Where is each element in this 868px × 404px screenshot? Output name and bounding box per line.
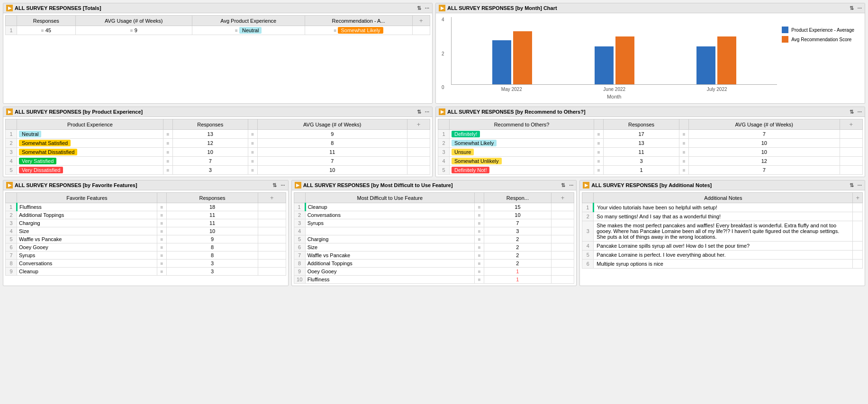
list-icon-cell: ≡ xyxy=(157,251,166,260)
product-exp-add-btn[interactable]: + xyxy=(417,121,421,128)
difficult-label-cell: Size xyxy=(305,243,474,251)
table-row: 7 Syrups ≡ 8 xyxy=(6,251,286,260)
table-row: 2 Somewhat Likely ≡ 13 ≡ 10 xyxy=(438,139,863,148)
row-num: 8 xyxy=(6,260,17,268)
recommend-title: ALL SURVEY RESPONSES [by Recommend to Ot… xyxy=(447,109,586,115)
list-icon-cell: ≡ xyxy=(475,227,484,235)
totals-avg-usage-val: 9 xyxy=(135,27,137,33)
legend-label-blue: Product Experience - Average xyxy=(791,27,854,33)
totals-filter-icon[interactable]: ⇅ xyxy=(417,5,421,11)
difficult-more-icon[interactable]: ··· xyxy=(569,182,573,188)
product-exp-filter-icon[interactable]: ⇅ xyxy=(417,109,421,115)
recommend-tag: Somewhat Unlikely xyxy=(452,158,502,164)
fav-label-cell: Charging xyxy=(17,219,157,227)
difficult-filter-icon[interactable]: ⇅ xyxy=(561,182,565,189)
totals-col-avg-exp: Avg Product Experience xyxy=(192,16,305,26)
notes-add-btn[interactable]: + xyxy=(856,194,859,201)
notes-text-cell: She makes the most perfect pancakes and … xyxy=(594,221,853,242)
row-num: 3 xyxy=(438,148,450,157)
responses-cell: 2 xyxy=(484,260,552,268)
list-icon-cell: ≡ xyxy=(157,243,166,251)
y-label-2: 2 xyxy=(442,51,449,56)
difficult-label-cell xyxy=(305,227,474,235)
row-num: 4 xyxy=(6,157,17,166)
recommend-label-cell: Definitely! xyxy=(450,130,594,139)
product-exp-more-icon[interactable]: ··· xyxy=(425,109,429,115)
responses-cell: 13 xyxy=(172,130,248,139)
fav-label-cell: Cleanup xyxy=(17,268,157,276)
difficult-header: ▶ ALL SURVEY RESPONSES [by Most Difficul… xyxy=(292,180,577,190)
table-row: 8 Additional Toppings ≡ 2 xyxy=(294,260,574,268)
recommend-more-icon[interactable]: ··· xyxy=(858,109,862,115)
table-row: 6 Ooey Gooey ≡ 8 xyxy=(6,243,286,251)
totals-responses-cell: ≡ 45 xyxy=(17,26,76,35)
list-icon-cell: ≡ xyxy=(157,268,166,276)
recommend-filter-icon[interactable]: ⇅ xyxy=(850,109,854,115)
list-icon-cell: ≡ xyxy=(157,227,166,235)
row-num: 2 xyxy=(582,212,594,221)
legend-item-orange: Avg Recommendation Score xyxy=(782,36,854,43)
fav-filter-icon[interactable]: ⇅ xyxy=(272,182,277,189)
responses-cell: 2 xyxy=(484,235,552,243)
responses-cell: 7 xyxy=(172,157,248,166)
table-row: 5 Waffle vs Pancake ≡ 9 xyxy=(6,235,286,243)
list-icon-cell2: ≡ xyxy=(679,148,689,157)
responses-cell: 3 xyxy=(604,157,679,166)
fav-add-btn[interactable]: + xyxy=(270,194,274,201)
list-icon-cell: ≡ xyxy=(157,260,166,268)
difficult-col1: Most Difficult to Use Feature xyxy=(305,193,474,203)
bar-june-blue xyxy=(595,46,614,84)
legend-box-orange xyxy=(782,36,788,43)
row-num: 3 xyxy=(6,219,17,227)
chart-filter-icon[interactable]: ⇅ xyxy=(850,5,854,11)
product-exp-header: ▶ ALL SURVEY RESPONSES [by Product Exper… xyxy=(3,107,432,117)
list-icon-cell: ≡ xyxy=(594,130,604,139)
product-exp-col3: AVG Usage (# of Weeks) xyxy=(257,119,407,130)
bar-july-blue xyxy=(696,46,715,84)
list-icon-cell: ≡ xyxy=(594,148,604,157)
table-row: 3 Somewhat Dissatisfied ≡ 10 ≡ 11 xyxy=(6,148,430,157)
responses-cell: 2 xyxy=(484,251,552,260)
notes-text-cell: Your video tutorials have been so helpfu… xyxy=(594,203,853,212)
difficult-table: Most Difficult to Use Feature Respon... … xyxy=(294,192,575,284)
recommend-tag: Definitely! xyxy=(452,131,480,137)
difficult-label-cell: Ooey Gooey xyxy=(305,268,474,276)
fav-features-table: Favorite Features Responses + 1 Fluffine… xyxy=(5,192,286,276)
row-num: 3 xyxy=(6,148,17,157)
table-row: 4 ≡ 3 xyxy=(294,227,574,235)
list-icon-cell: ≡ xyxy=(475,251,484,260)
difficult-panel: ▶ ALL SURVEY RESPONSES [by Most Difficul… xyxy=(291,180,577,286)
list-icon-cell2: ≡ xyxy=(248,139,257,148)
product-exp-icon: ▶ xyxy=(6,108,13,115)
legend-label-orange: Avg Recommendation Score xyxy=(791,37,851,42)
legend-box-blue xyxy=(782,27,788,33)
table-row: 4 Pancake Lorraine spills syrup all over… xyxy=(582,242,863,251)
fav-features-panel: ▶ ALL SURVEY RESPONSES [by Favorite Feat… xyxy=(3,180,289,286)
totals-content: Responses AVG Usage (# of Weeks) Avg Pro… xyxy=(3,13,432,37)
recommend-label-cell: Definitely Not! xyxy=(450,166,594,175)
list-icon-cell: ≡ xyxy=(594,139,604,148)
list-icon-cell: ≡ xyxy=(475,235,484,243)
table-row: 4 Size ≡ 10 xyxy=(6,227,286,235)
chart-more-icon[interactable]: ··· xyxy=(858,5,862,11)
notes-more-icon[interactable]: ··· xyxy=(858,182,862,188)
fav-features-title: ALL SURVEY RESPONSES [by Favorite Featur… xyxy=(15,182,137,188)
avg-cell: 7 xyxy=(257,157,407,166)
responses-cell: 3 xyxy=(484,227,552,235)
x-label-july: July 2022 xyxy=(707,87,727,92)
recommend-add-btn[interactable]: + xyxy=(849,121,853,128)
product-tag: Somewhat Satisfied xyxy=(19,140,71,146)
list-icon-cell: ≡ xyxy=(163,157,172,166)
table-row: 1 Definitely! ≡ 17 ≡ 7 xyxy=(438,130,863,139)
notes-filter-icon[interactable]: ⇅ xyxy=(850,182,854,189)
totals-panel-header: ▶ ALL SURVEY RESPONSES [Totals] ⇅ ··· xyxy=(3,3,432,13)
totals-more-icon[interactable]: ··· xyxy=(425,5,429,11)
row-num: 9 xyxy=(294,268,305,276)
totals-avg-exp-list-icon: ≡ xyxy=(235,28,238,33)
difficult-add-btn[interactable]: + xyxy=(561,194,565,201)
product-tag: Somewhat Dissatisfied xyxy=(19,149,77,155)
totals-add-btn[interactable]: + xyxy=(419,17,423,24)
totals-avg-usage-cell: ≡ 9 xyxy=(75,26,192,35)
fav-more-icon[interactable]: ··· xyxy=(280,182,285,188)
totals-rec-cell: ≡ Somewhat Likely xyxy=(305,26,412,35)
